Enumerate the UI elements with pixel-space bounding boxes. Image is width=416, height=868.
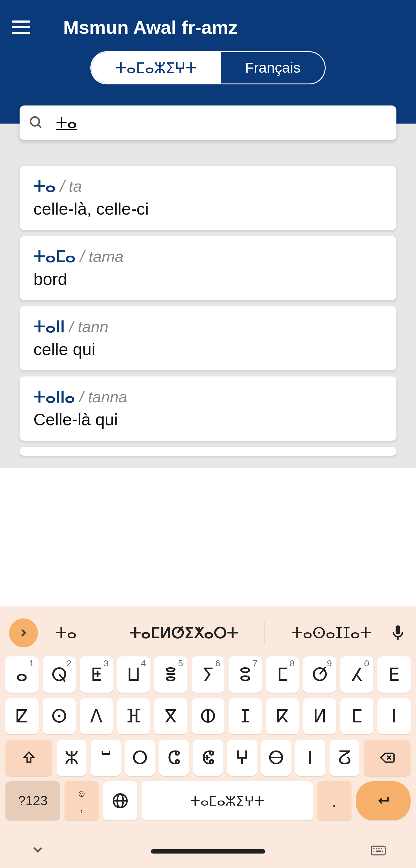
key[interactable]: ⵣ [57, 740, 87, 776]
key[interactable]: ⵔ [125, 740, 155, 776]
key[interactable]: ⴳ [154, 698, 187, 734]
key[interactable]: ⵛ [159, 740, 189, 776]
key[interactable]: ⴷ [80, 698, 113, 734]
key[interactable]: ⵯ [91, 740, 121, 776]
result-term: ⵜⴰⵏⵏ [33, 318, 65, 336]
key[interactable]: ⵞ [193, 740, 223, 776]
space-key[interactable]: ⵜⴰⵎⴰⵣⵉⵖⵜ [141, 781, 313, 820]
key[interactable]: ⵡ4 [117, 656, 150, 692]
key[interactable]: ⴽ [266, 698, 299, 734]
key[interactable]: ⵏ [295, 740, 325, 776]
tab-tamazight[interactable]: ⵜⴰⵎⴰⵣⵉⵖⵜ [91, 52, 221, 84]
svg-point-11 [381, 848, 382, 849]
result-term: ⵜⴰ [33, 178, 56, 195]
suggestion[interactable]: ⵜⴰⵙⴰⵊⵊⴰⵜ [282, 621, 380, 645]
key[interactable]: ⵍ [303, 698, 336, 734]
enter-key[interactable] [356, 781, 411, 820]
keyboard: ⵜⴰ ⵜⴰⵎⵍⵚⵉⵅⴰⵔⵜ ⵜⴰⵙⴰⵊⵊⴰⵜ ⴰ1ⵕ2ⵟ3ⵡ4ⴻ5ⵢ6ⵓ7ⵎ8ⵚ… [0, 607, 416, 868]
result-term: ⵜⴰⵏⵏⴰ [33, 388, 75, 406]
suggestion[interactable]: ⵜⴰ [46, 621, 86, 645]
result-term: ⵜⴰⵎⴰ [33, 248, 75, 265]
key[interactable]: ⵓ7 [229, 656, 262, 692]
backspace-key[interactable] [363, 740, 411, 776]
numeric-key[interactable]: ?123 [5, 781, 60, 820]
result-transliteration: tanna [88, 388, 127, 406]
key[interactable]: ⵟ3 [80, 656, 113, 692]
key[interactable]: ⵀ [192, 698, 225, 734]
search-input[interactable] [56, 114, 387, 131]
suggestion[interactable]: ⵜⴰⵎⵍⵚⵉⵅⴰⵔⵜ [121, 621, 247, 645]
key[interactable]: ⵒ [329, 740, 359, 776]
search-icon [29, 115, 44, 130]
result-transliteration: ta [69, 178, 82, 195]
result-card[interactable] [20, 447, 396, 456]
key[interactable]: ⵕ2 [43, 656, 76, 692]
key[interactable]: ⵢ6 [192, 656, 225, 692]
svg-point-12 [373, 850, 375, 852]
result-definition: bord [33, 269, 383, 289]
period-key[interactable]: . [317, 781, 352, 820]
key[interactable]: ⴰ1 [5, 656, 38, 692]
key[interactable]: ⵖ [227, 740, 257, 776]
svg-point-0 [30, 117, 39, 126]
divider [264, 622, 265, 644]
key[interactable]: ⵎ8 [266, 656, 299, 692]
results-list: ⵜⴰ / ta celle-là, celle-ci ⵜⴰⵎⴰ / tama b… [0, 142, 416, 468]
key[interactable]: ⴼ [117, 698, 150, 734]
result-definition: celle qui [33, 339, 383, 359]
key[interactable]: ⵃ0 [341, 656, 374, 692]
key[interactable]: ⵙ [43, 698, 76, 734]
divider [103, 622, 103, 644]
key[interactable]: ⵊ [229, 698, 262, 734]
collapse-keyboard-button[interactable] [30, 842, 45, 861]
svg-point-13 [382, 850, 383, 852]
svg-line-1 [38, 124, 41, 127]
tab-francais[interactable]: Français [221, 52, 324, 84]
globe-key[interactable] [103, 781, 137, 820]
result-definition: celle-là, celle-ci [33, 199, 383, 218]
key[interactable]: ⵎ [341, 698, 374, 734]
key[interactable]: ⴹ [378, 656, 411, 692]
key[interactable]: ⴻ5 [154, 656, 187, 692]
key[interactable]: ⵇ [5, 698, 38, 734]
shift-key[interactable] [5, 740, 53, 776]
result-definition: Celle-là qui [33, 410, 383, 429]
svg-point-8 [373, 848, 375, 849]
result-transliteration: tann [78, 318, 108, 336]
svg-point-10 [378, 848, 380, 849]
result-card[interactable]: ⵜⴰ / ta celle-là, celle-ci [20, 166, 396, 230]
language-tabs: ⵜⴰⵎⴰⵣⵉⵖⵜ Français [0, 51, 416, 105]
key[interactable]: ⵚ9 [303, 656, 336, 692]
mic-icon[interactable] [389, 624, 407, 642]
home-indicator[interactable] [151, 849, 265, 854]
menu-button[interactable] [12, 15, 36, 39]
emoji-key[interactable]: ☺ , [64, 781, 99, 820]
result-card[interactable]: ⵜⴰⵏⵏ / tann celle qui [20, 306, 396, 370]
result-transliteration: tama [89, 248, 124, 265]
result-card[interactable]: ⵜⴰⵎⴰ / tama bord [20, 236, 396, 300]
search-box[interactable] [20, 105, 396, 140]
key[interactable]: ⴱ [261, 740, 291, 776]
key[interactable]: ⵏ [378, 698, 411, 734]
result-card[interactable]: ⵜⴰⵏⵏⴰ / tanna Celle-là qui [20, 376, 396, 441]
app-title: Msmun Awal fr-amz [63, 17, 238, 38]
keyboard-switch-icon[interactable] [371, 845, 386, 858]
svg-rect-14 [376, 850, 381, 852]
expand-suggestions-button[interactable] [9, 618, 38, 647]
svg-point-9 [376, 848, 377, 849]
